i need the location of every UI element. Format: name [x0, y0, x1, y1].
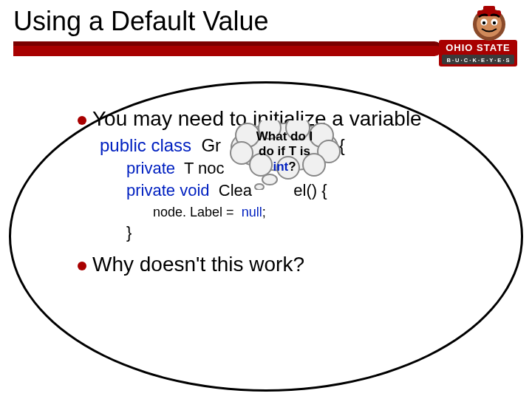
bullet-dot-icon	[78, 116, 86, 125]
bubble-qmark: ?	[288, 160, 296, 174]
code-frag-clea: Clea	[219, 181, 252, 200]
kw-private-1: private	[126, 159, 175, 177]
kw-public-class: public class	[100, 135, 191, 155]
logo-org-text: OHIO STATE	[446, 42, 511, 53]
code-block: public class Gr aphNode< T> { private T …	[100, 135, 477, 242]
bullet-1: You may need to initialize a variable	[78, 107, 477, 131]
code-line-4: node. Label = null;	[153, 205, 477, 220]
code-line-5: }	[126, 223, 477, 242]
code-semi: ;	[262, 205, 266, 219]
kw-private-void: private void	[126, 181, 210, 200]
svg-point-7	[493, 21, 496, 24]
thought-bubble-text: What do I do if T is int?	[233, 129, 336, 174]
bubble-int: int	[273, 160, 288, 174]
code-line-3: private void Clea rLab el() {	[126, 181, 477, 200]
code-frag-t-noc: T noc	[184, 159, 225, 177]
kw-null: null	[242, 205, 262, 219]
logo-subtitle: B · U · C · K · E · Y · E · S	[446, 57, 509, 64]
bullet-dot-icon	[78, 262, 86, 270]
svg-point-6	[482, 21, 485, 24]
bubble-line-2: do if T is	[259, 144, 310, 158]
svg-rect-9	[483, 6, 495, 13]
content-oval: You may need to initialize a variable pu…	[9, 81, 523, 392]
bubble-line-1: What do I	[256, 129, 313, 143]
code-frag-gr: Gr	[201, 135, 221, 155]
bullet-2: Why doesn't this work?	[78, 253, 477, 276]
code-frag-el-brace: el() {	[293, 181, 327, 200]
code-assign: node. Label =	[153, 205, 234, 219]
ohio-state-logo: OHIO STATE B · U · C · K · E · Y · E · S	[437, 4, 519, 69]
bullet-2-text: Why doesn't this work?	[92, 253, 304, 276]
bullet-1-text: You may need to initialize a variable	[92, 107, 422, 131]
title-underline-bar	[13, 41, 442, 56]
